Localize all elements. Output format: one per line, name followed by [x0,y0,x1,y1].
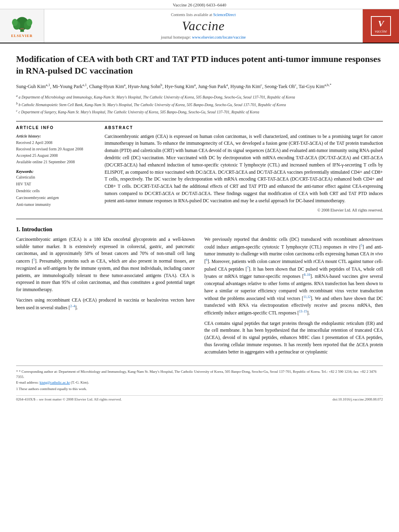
svg-point-5 [26,18,32,26]
affiliations: a a Department of Microbiology and Immun… [16,94,383,115]
copyright: © 2008 Elsevier Ltd. All rights reserved… [105,208,383,212]
abstract-text: Carcinoembryonic antigen (CEA) is expres… [105,133,383,205]
abstract-header: ABSTRACT [105,125,383,130]
authors-line: Sung-Guh Kima,1, Mi-Young Parka,1, Chang… [16,82,383,90]
affiliation-c: c c Department of Surgery, Kang-Nam St. … [16,109,383,115]
elsevier-logo: ELSEVIER [0,9,44,43]
intro-para-3: We previously reported that dendritic ce… [204,236,383,317]
sciencedirect-text: Contents lists available at [171,12,212,17]
keywords-section: Keywords: Calreticulin HIV TAT Dendritic… [16,169,97,208]
vaccine-logo-text: vaccine [375,29,387,33]
page-wrapper: Vaccine 26 (2008) 6433–6440 ELSEVIER Con… [0,0,399,407]
svg-point-4 [12,18,17,26]
svg-rect-6 [20,28,24,29]
authors-text: Sung-Guh Kima,1, Mi-Young Parka,1, Chang… [16,84,331,89]
article-history: Article history: Received 2 April 2008 R… [16,133,97,165]
online-date: Available online 21 September 2008 [16,159,97,165]
revised-date: Received in revised form 20 August 2008 [16,146,97,152]
affiliation-b: b b Catholic Hematopoietic Stem Cell Ban… [16,101,383,108]
elsevier-tree-icon [10,14,34,33]
keyword-1: Calreticulin [16,174,97,181]
corresponding-author-note: * * Corresponding author at: Department … [16,369,383,386]
footer-doi: doi:10.1016/j.vaccine.2008.08.072 [333,397,383,401]
corresponding-text: * Corresponding author at: Department of… [16,370,376,379]
footer-issn: 0264-410X/$ – see front matter © 2008 El… [16,397,122,401]
keyword-4: Carcinoembryonic antigen [16,194,97,201]
vaccine-v-icon: V [375,18,387,29]
body-two-col: Carcinoembryonic antigen (CEA) is a 180 … [16,236,383,359]
sciencedirect-bar: Contents lists available at ScienceDirec… [171,12,236,17]
received-date: Received 2 April 2008 [16,140,97,146]
vaccine-logo-box: V vaccine [363,9,399,43]
sciencedirect-link[interactable]: ScienceDirect [213,12,236,17]
history-label: Article history: [16,133,97,140]
keywords-list: Calreticulin HIV TAT Dendritic cells Car… [16,174,97,208]
keyword-5: Anti-tumor immunity [16,201,97,208]
citation-text: Vaccine 26 (2008) 6433–6440 [173,2,226,7]
vaccine-logo-inner: V vaccine [371,16,391,36]
article-info-col: ARTICLE INFO Article history: Received 2… [16,125,97,212]
main-content: Modification of CEA with both CRT and TA… [0,43,399,407]
homepage-text: journal homepage: [161,35,191,39]
footnote-1-text: 1 These authors contributed equally to t… [16,387,87,391]
journal-header: ELSEVIER Contents lists available at Sci… [0,9,399,43]
keyword-3: Dendritic cells [16,187,97,194]
body-left-col: Carcinoembryonic antigen (CEA) is a 180 … [16,236,195,359]
accepted-date: Accepted 25 August 2008 [16,152,97,159]
journal-center: Contents lists available at ScienceDirec… [44,9,363,43]
keyword-2: HIV TAT [16,181,97,187]
homepage-link[interactable]: www.elsevier.com/locate/vaccine [192,35,246,39]
intro-para-4: CEA contains signal peptides that target… [204,320,383,356]
section-1-title: 1. Introduction [16,226,383,233]
article-title: Modification of CEA with both CRT and TA… [16,53,383,76]
footnotes-section: * * Corresponding author at: Department … [16,366,383,392]
email-label: E-mail address: [16,380,39,384]
section-introduction: 1. Introduction Carcinoembryonic antigen… [16,226,383,359]
keywords-label: Keywords: [16,169,97,174]
affiliation-a: a a Department of Microbiology and Immun… [16,94,383,100]
divider-1 [16,121,383,121]
email-suffix: (T.-G. Kim). [71,380,89,384]
divider-2 [16,219,383,219]
article-info-header: ARTICLE INFO [16,125,97,130]
footnote-1: 1 These authors contributed equally to t… [16,386,383,392]
journal-homepage: journal homepage: www.elsevier.com/locat… [161,35,246,39]
article-info-abstract-section: ARTICLE INFO Article history: Received 2… [16,125,383,212]
page-footer-bar: 0264-410X/$ – see front matter © 2008 El… [16,395,383,401]
journal-title: Vaccine [182,18,225,33]
email-link[interactable]: kiutg@catholic.ac.kr [39,380,70,384]
intro-para-1: Carcinoembryonic antigen (CEA) is a 180 … [16,236,195,294]
intro-para-2: Vaccines using recombinant CEA (rCEA) pr… [16,297,195,311]
citation-bar: Vaccine 26 (2008) 6433–6440 [0,0,399,9]
elsevier-label: ELSEVIER [11,34,33,38]
body-right-col: We previously reported that dendritic ce… [204,236,383,359]
abstract-col: ABSTRACT Carcinoembryonic antigen (CEA) … [105,125,383,212]
